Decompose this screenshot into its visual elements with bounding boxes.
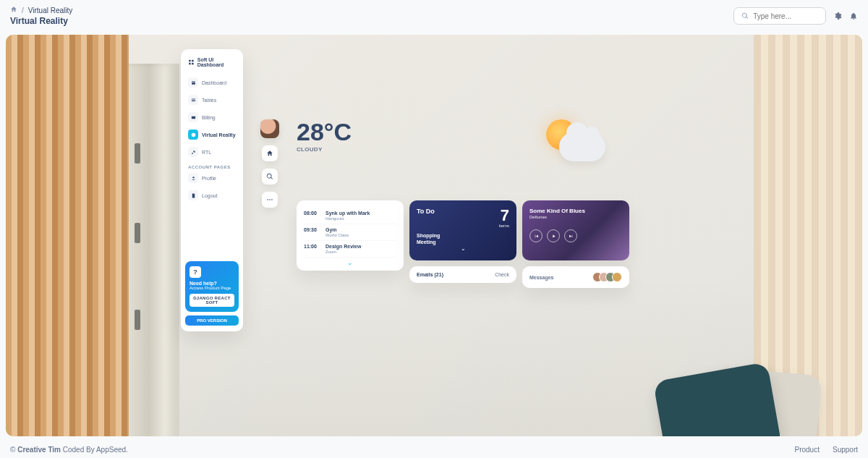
cloud-icon: [559, 132, 605, 161]
fab-search[interactable]: [262, 169, 278, 185]
help-button[interactable]: DJANGO REACT SOFT: [190, 294, 234, 307]
emails-card[interactable]: Emails (21) Check: [409, 266, 516, 283]
play-icon: [551, 234, 556, 239]
schedule-row[interactable]: 08:00 Synk up with Mark Hangouts: [304, 208, 396, 224]
sidebar-item-billing[interactable]: Billing: [185, 110, 239, 124]
brand-label: Soft UI Dashboard: [197, 57, 236, 67]
sidebar-item-label: RTL: [202, 150, 211, 155]
sidebar-item-dashboard[interactable]: Dashboard: [185, 75, 239, 90]
svg-rect-4: [191, 116, 195, 119]
schedule-sub: Hangouts: [326, 216, 370, 221]
play-button[interactable]: [547, 229, 560, 242]
footer-link-support[interactable]: Support: [833, 446, 858, 454]
todo-unit: items: [499, 224, 509, 228]
header: / Virtual Reality Virtual Reality: [0, 0, 868, 32]
avatar-group: [592, 272, 622, 282]
ellipsis-icon: [266, 196, 273, 203]
schedule-time: 08:00: [304, 211, 320, 221]
prev-button[interactable]: [529, 229, 542, 242]
sidebar-item-profile[interactable]: Profile: [185, 171, 239, 185]
fab-home[interactable]: [262, 145, 278, 161]
svg-point-6: [267, 199, 268, 200]
sidebar-item-tables[interactable]: Tables: [185, 93, 239, 107]
sidebar-item-logout[interactable]: Logout: [185, 188, 239, 203]
breadcrumb-sep: /: [22, 7, 24, 14]
todo-card[interactable]: To Do 7 items Shopping Meeting ⌄: [409, 200, 516, 260]
sidebar-help-card: ? Need help? Access Product Page DJANGO …: [185, 261, 239, 312]
card-icon: [188, 112, 198, 122]
search-field[interactable]: [753, 12, 818, 20]
chevron-down-icon[interactable]: ⌄: [304, 259, 396, 266]
search-icon: [741, 12, 749, 20]
gear-icon[interactable]: [833, 12, 842, 20]
schedule-sub: World Class: [326, 233, 349, 237]
sidebar-item-rtl[interactable]: RTL: [185, 145, 239, 159]
svg-rect-2: [189, 63, 191, 65]
page-title: Virtual Reality: [10, 16, 72, 26]
weather-temp: 28°C: [297, 119, 352, 144]
svg-rect-1: [192, 60, 194, 62]
messages-card[interactable]: Messages: [522, 266, 629, 288]
footer-link-product[interactable]: Product: [795, 446, 820, 454]
search-input[interactable]: [733, 7, 826, 25]
help-title: Need help?: [190, 281, 234, 286]
schedule-title: Gym: [326, 227, 349, 232]
sidebar-item-label: Profile: [202, 176, 216, 181]
brand-icon: [188, 59, 195, 66]
svg-rect-0: [189, 60, 191, 62]
svg-point-8: [271, 199, 273, 200]
schedule-row[interactable]: 11:00 Design Review Zoom: [304, 241, 396, 258]
sidebar-item-label: Virtual Reality: [202, 132, 236, 137]
schedule-title: Design Review: [326, 244, 361, 249]
icon-column: [260, 119, 279, 208]
breadcrumb-current: Virtual Reality: [28, 7, 73, 14]
todo-label: To Do: [417, 208, 435, 228]
bell-icon[interactable]: [849, 12, 858, 20]
emails-action[interactable]: Check: [495, 272, 509, 277]
store-icon: [188, 77, 198, 88]
schedule-card: 08:00 Synk up with Mark Hangouts 09:30 G…: [297, 200, 404, 271]
table-icon: [188, 95, 198, 105]
sidebar-section: Account Pages: [185, 162, 239, 171]
messages-label: Messages: [529, 275, 553, 280]
schedule-sub: Zoom: [326, 250, 361, 254]
fab-more[interactable]: [262, 192, 278, 208]
todo-count: 7: [499, 208, 509, 224]
svg-point-5: [192, 177, 194, 178]
footer-left: © Creative Tim Coded By AppSeed.: [10, 446, 128, 454]
player-card: Some Kind Of Blues Deftones: [522, 200, 629, 260]
weather-icon: [539, 112, 611, 170]
pro-button[interactable]: PRO VERSION: [185, 315, 239, 326]
next-button[interactable]: [564, 229, 577, 242]
weather-cond: CLOUDY: [297, 146, 352, 153]
svg-rect-3: [192, 63, 194, 65]
curtain-left: [6, 35, 129, 436]
todo-task: Shopping: [417, 232, 509, 239]
prev-icon: [534, 234, 539, 239]
schedule-row[interactable]: 09:30 Gym World Class: [304, 224, 396, 241]
home-icon[interactable]: [10, 6, 17, 14]
avatar[interactable]: [612, 272, 622, 282]
sidebar-item-label: Billing: [202, 115, 216, 120]
avatar[interactable]: [260, 119, 279, 138]
user-icon: [188, 173, 198, 183]
chevron-down-icon[interactable]: ⌄: [417, 245, 509, 252]
sidebar-brand[interactable]: Soft UI Dashboard: [185, 55, 239, 69]
player-song: Some Kind Of Blues: [529, 208, 622, 214]
question-icon: ?: [190, 266, 201, 278]
tool-icon: [188, 147, 198, 157]
schedule-title: Synk up with Mark: [326, 211, 370, 216]
home-icon: [266, 150, 273, 157]
footer: © Creative Tim Coded By AppSeed. Product…: [10, 446, 858, 454]
todo-task: Meeting: [417, 239, 509, 245]
cube-icon: [188, 130, 198, 140]
sidebar-item-virtual-reality[interactable]: Virtual Reality: [185, 127, 239, 142]
player-artist: Deftones: [529, 215, 622, 219]
doc-icon: [188, 190, 198, 200]
sidebar: Soft UI Dashboard Dashboard Tables Billi…: [181, 49, 243, 331]
help-sub: Access Product Page: [190, 286, 234, 290]
svg-point-7: [269, 199, 271, 200]
next-icon: [569, 234, 574, 239]
emails-label: Emails (21): [417, 272, 443, 277]
weather: 28°C CLOUDY: [297, 119, 352, 153]
